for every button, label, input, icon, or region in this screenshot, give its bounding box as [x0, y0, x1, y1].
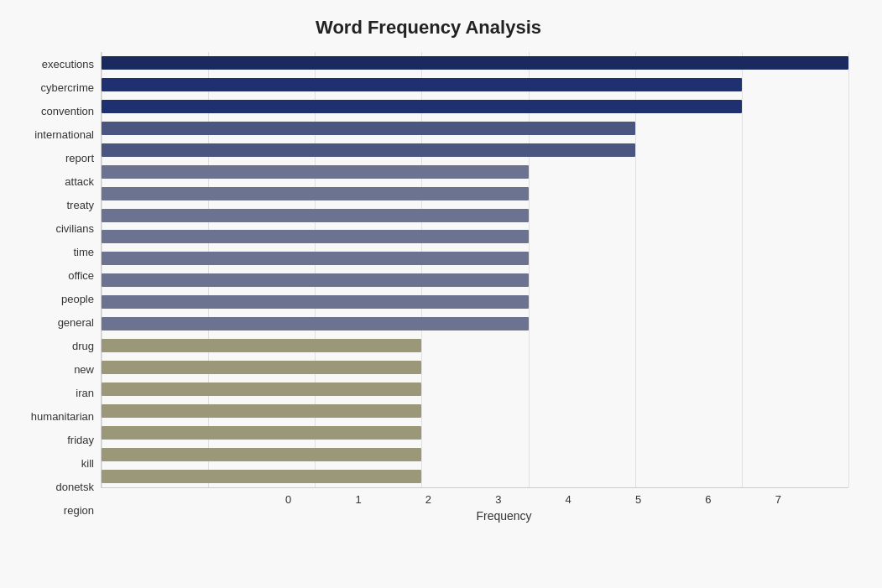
bar: [102, 470, 421, 483]
grid-line: [529, 52, 530, 487]
bar-row: [102, 294, 848, 310]
bar: [102, 317, 529, 330]
x-tick-label: 4: [566, 493, 571, 506]
bar: [102, 404, 421, 418]
grid-line: [848, 52, 849, 487]
x-tick-label: 0: [285, 493, 291, 506]
y-label: donetsk: [55, 481, 94, 492]
bar-row: [102, 381, 848, 398]
bar: [102, 143, 635, 157]
y-label: humanitarian: [31, 411, 94, 422]
bar: [102, 252, 529, 265]
x-axis: 01234567: [285, 488, 815, 506]
bar: [102, 339, 421, 352]
y-label: report: [65, 153, 94, 164]
bar-row: [102, 424, 848, 441]
bar: [102, 448, 421, 461]
bar-row: [102, 164, 848, 180]
y-label: kill: [81, 458, 94, 469]
y-label: attack: [65, 176, 94, 187]
bar-row: [102, 55, 848, 71]
y-label: treaty: [66, 200, 94, 211]
y-axis: executionscybercrimeconventioninternatio…: [8, 52, 101, 523]
bar-row: [102, 120, 848, 137]
y-label: new: [74, 364, 94, 375]
bar-row: [102, 446, 848, 463]
y-label: people: [61, 294, 94, 304]
bar: [102, 426, 421, 440]
x-tick-label: 5: [635, 493, 641, 506]
bar-row: [102, 98, 848, 115]
grid-line: [102, 52, 102, 487]
y-label: drug: [72, 341, 94, 351]
y-label: civilians: [55, 223, 94, 234]
y-label: friday: [67, 434, 94, 445]
bar-row: [102, 142, 848, 159]
bar-row: [102, 228, 848, 245]
chart-title: Word Frequency Analysis: [8, 17, 848, 39]
bar-row: [102, 359, 848, 376]
bar: [102, 209, 529, 222]
bar-row: [102, 337, 848, 354]
y-label: general: [58, 317, 94, 328]
x-tick-label: 2: [425, 493, 431, 506]
y-label: convention: [41, 106, 94, 117]
x-axis-title: Frequency: [193, 509, 815, 523]
grid-line: [742, 52, 743, 487]
bar-row: [102, 315, 848, 332]
grid-line: [208, 52, 209, 487]
bar: [102, 165, 529, 179]
chart-container: Word Frequency Analysis executionscyberc…: [0, 0, 882, 588]
bar: [102, 56, 848, 70]
bar: [102, 361, 421, 374]
bar-row: [102, 76, 848, 93]
bar: [102, 230, 529, 243]
y-label: region: [64, 505, 94, 516]
bar-row: [102, 185, 848, 202]
x-tick-label: 7: [775, 493, 781, 506]
bar: [102, 382, 421, 396]
bar: [102, 100, 742, 113]
y-label: executions: [42, 59, 94, 70]
grid-line: [421, 52, 422, 487]
x-tick-label: 3: [495, 493, 501, 506]
bottom-section: 01234567 Frequency: [193, 488, 848, 523]
bar: [102, 273, 529, 287]
bar: [102, 187, 529, 200]
x-tick-label: 6: [705, 493, 711, 506]
grid-line: [315, 52, 316, 487]
bar-row: [102, 207, 848, 224]
bar: [102, 122, 635, 135]
y-label: international: [34, 129, 94, 140]
bar-row: [102, 403, 848, 419]
bar: [102, 78, 742, 91]
y-label: iran: [76, 388, 94, 398]
bar-row: [102, 468, 848, 485]
bars-area: [101, 52, 848, 488]
grid-lines: [102, 52, 848, 487]
y-label: office: [68, 270, 94, 281]
bar-row: [102, 250, 848, 267]
bar-row: [102, 272, 848, 289]
y-label: cybercrime: [40, 82, 94, 93]
y-label: time: [73, 247, 94, 258]
grid-line: [635, 52, 636, 487]
chart-body: executionscybercrimeconventioninternatio…: [8, 52, 848, 523]
x-tick-label: 1: [355, 493, 361, 506]
bar: [102, 295, 529, 309]
